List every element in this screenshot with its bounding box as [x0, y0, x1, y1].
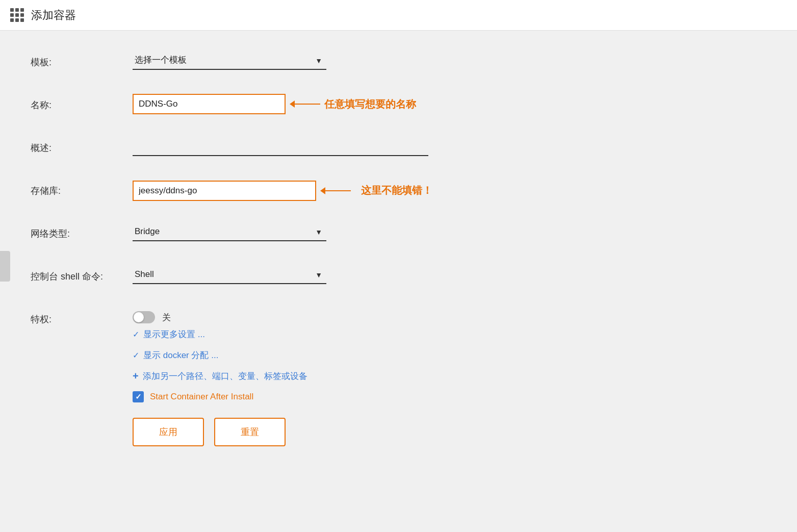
form-container: 模板: 选择一个模板 ▼ 名称: — [31, 51, 744, 512]
repo-annotation-arrow — [320, 187, 351, 194]
shell-select-wrapper: Shell Bash Sh ▼ — [133, 265, 326, 284]
repo-label: 存储库: — [31, 180, 133, 197]
start-container-label: Start Container After Install — [150, 392, 253, 402]
chevron-down-icon: ✓ — [133, 330, 139, 339]
grid-menu-icon[interactable] — [10, 8, 24, 22]
toggle-wrapper: 关 — [133, 311, 744, 323]
shell-select[interactable]: Shell Bash Sh — [133, 265, 326, 284]
apply-button[interactable]: 应用 — [133, 418, 204, 446]
start-container-checkbox[interactable]: ✓ — [133, 391, 144, 402]
description-row: 概述: — [31, 137, 744, 161]
template-label: 模板: — [31, 51, 133, 68]
shell-label: 控制台 shell 命令: — [31, 265, 133, 283]
add-path-label: 添加另一个路径、端口、变量、标签或设备 — [143, 370, 307, 382]
shell-control: Shell Bash Sh ▼ — [133, 265, 744, 284]
network-row: 网络类型: Bridge Host None ▼ — [31, 222, 744, 247]
description-control — [133, 137, 744, 156]
name-annotation-text: 任意填写想要的名称 — [324, 97, 416, 111]
add-path-link[interactable]: + 添加另一个路径、端口、变量、标签或设备 — [133, 370, 744, 382]
chevron-down-icon-2: ✓ — [133, 350, 139, 360]
repo-row: 存储库: 这里不能填错！ — [31, 180, 744, 204]
check-icon: ✓ — [135, 392, 142, 401]
repo-annotation-text: 这里不能填错！ — [351, 180, 443, 201]
privilege-control: 关 ✓ 显示更多设置 ... ✓ 显示 docker 分配 ... + 添加另一… — [133, 308, 744, 446]
template-select[interactable]: 选择一个模板 — [133, 51, 326, 70]
show-more-label: 显示更多设置 ... — [143, 328, 205, 340]
name-label: 名称: — [31, 94, 133, 111]
name-row: 名称: 任意填写想要的名称 — [31, 94, 744, 118]
main-content: 模板: 选择一个模板 ▼ 名称: — [0, 31, 797, 532]
name-row-inner: 任意填写想要的名称 — [133, 94, 744, 114]
show-docker-link[interactable]: ✓ 显示 docker 分配 ... — [133, 349, 744, 361]
repo-row-inner: 这里不能填错！ — [133, 180, 744, 201]
network-select[interactable]: Bridge Host None — [133, 222, 326, 241]
network-select-wrapper: Bridge Host None ▼ — [133, 222, 326, 241]
repo-control: 这里不能填错！ — [133, 180, 744, 201]
buttons-row: 应用 重置 — [133, 418, 744, 446]
reset-button[interactable]: 重置 — [214, 418, 286, 446]
show-more-link[interactable]: ✓ 显示更多设置 ... — [133, 328, 744, 340]
shell-row: 控制台 shell 命令: Shell Bash Sh ▼ — [31, 265, 744, 290]
repo-input[interactable] — [133, 181, 316, 201]
description-input[interactable] — [133, 137, 428, 156]
sidebar-handle — [0, 251, 10, 282]
toggle-label: 关 — [162, 312, 171, 323]
plus-icon: + — [133, 370, 139, 382]
template-row: 模板: 选择一个模板 ▼ — [31, 51, 744, 75]
name-control: 任意填写想要的名称 — [133, 94, 744, 114]
page-title: 添加容器 — [31, 8, 76, 23]
template-control: 选择一个模板 ▼ — [133, 51, 744, 70]
description-label: 概述: — [31, 137, 133, 154]
name-annotation-arrow — [290, 100, 320, 108]
links-section: ✓ 显示更多设置 ... ✓ 显示 docker 分配 ... + 添加另一个路… — [133, 328, 744, 402]
toggle-knob — [134, 312, 144, 322]
network-label: 网络类型: — [31, 222, 133, 240]
page-header: 添加容器 — [0, 0, 797, 31]
show-docker-label: 显示 docker 分配 ... — [143, 349, 218, 361]
privilege-toggle[interactable] — [133, 311, 155, 323]
network-control: Bridge Host None ▼ — [133, 222, 744, 241]
privilege-row: 特权: 关 ✓ 显示更多设置 ... ✓ 显示 docker — [31, 308, 744, 446]
privilege-label: 特权: — [31, 308, 133, 325]
start-container-row: ✓ Start Container After Install — [133, 391, 744, 402]
name-input[interactable] — [133, 94, 286, 114]
template-select-wrapper: 选择一个模板 ▼ — [133, 51, 326, 70]
